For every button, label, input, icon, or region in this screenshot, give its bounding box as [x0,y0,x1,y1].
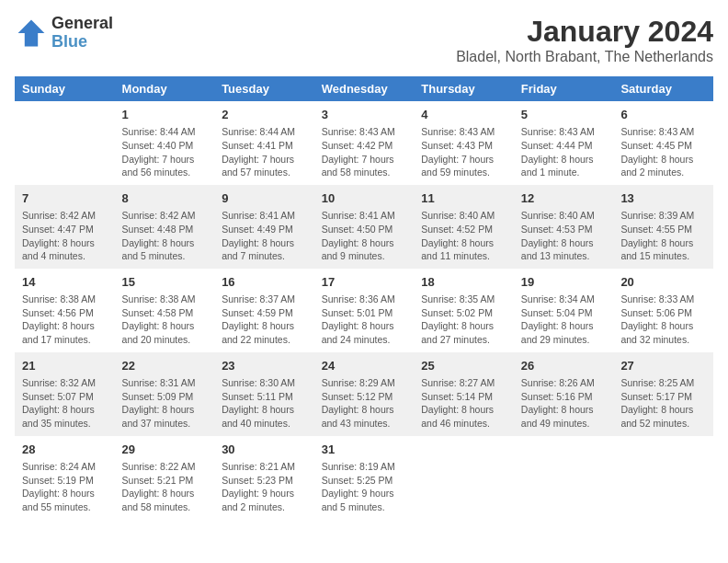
cell-w0-d1: 1Sunrise: 8:44 AMSunset: 4:40 PMDaylight… [115,101,215,185]
day-info: Sunrise: 8:19 AMSunset: 5:25 PMDaylight:… [322,460,407,514]
logo: General Blue [15,15,113,52]
day-number: 9 [222,190,307,207]
cell-w4-d4 [414,436,514,520]
day-info: Sunrise: 8:44 AMSunset: 4:40 PMDaylight:… [122,125,208,179]
cell-w2-d3: 17Sunrise: 8:36 AMSunset: 5:01 PMDayligh… [314,269,415,352]
cell-w4-d3: 31Sunrise: 8:19 AMSunset: 5:25 PMDayligh… [314,436,415,520]
logo-text: General Blue [51,15,113,52]
cell-w2-d2: 16Sunrise: 8:37 AMSunset: 4:59 PMDayligh… [214,269,314,352]
cell-w1-d2: 9Sunrise: 8:41 AMSunset: 4:49 PMDaylight… [214,185,314,269]
logo-line1: General [51,15,113,33]
cell-w1-d1: 8Sunrise: 8:42 AMSunset: 4:48 PMDaylight… [115,185,215,269]
cell-w4-d6 [613,436,713,520]
col-tuesday: Tuesday [214,76,314,101]
cell-w4-d5 [514,436,614,520]
day-number: 11 [421,190,506,207]
day-number: 2 [222,107,307,123]
header-row: Sunday Monday Tuesday Wednesday Thursday… [15,76,713,101]
day-info: Sunrise: 8:25 AMSunset: 5:17 PMDaylight:… [620,376,706,431]
cell-w2-d5: 19Sunrise: 8:34 AMSunset: 5:04 PMDayligh… [514,269,614,352]
cell-w3-d3: 24Sunrise: 8:29 AMSunset: 5:12 PMDayligh… [314,352,415,436]
day-info: Sunrise: 8:41 AMSunset: 4:50 PMDaylight:… [322,209,407,263]
day-number: 8 [122,190,208,207]
day-number: 29 [122,442,208,458]
day-number: 27 [620,358,706,374]
day-info: Sunrise: 8:36 AMSunset: 5:01 PMDaylight:… [322,293,407,347]
col-saturday: Saturday [613,76,713,101]
cell-w2-d1: 15Sunrise: 8:38 AMSunset: 4:58 PMDayligh… [115,269,215,352]
day-info: Sunrise: 8:43 AMSunset: 4:44 PMDaylight:… [521,125,607,179]
title-block: January 2024 Bladel, North Brabant, The … [456,15,713,65]
day-number: 18 [421,274,506,291]
cell-w1-d5: 12Sunrise: 8:40 AMSunset: 4:53 PMDayligh… [514,185,614,269]
cell-w3-d2: 23Sunrise: 8:30 AMSunset: 5:11 PMDayligh… [214,352,314,436]
cell-w1-d4: 11Sunrise: 8:40 AMSunset: 4:52 PMDayligh… [414,185,514,269]
col-wednesday: Wednesday [314,76,415,101]
day-number: 1 [122,107,208,123]
cell-w3-d5: 26Sunrise: 8:26 AMSunset: 5:16 PMDayligh… [514,352,614,436]
cell-w3-d4: 25Sunrise: 8:27 AMSunset: 5:14 PMDayligh… [414,352,514,436]
cell-w3-d6: 27Sunrise: 8:25 AMSunset: 5:17 PMDayligh… [613,352,713,436]
cell-w1-d0: 7Sunrise: 8:42 AMSunset: 4:47 PMDaylight… [15,185,115,269]
logo-line2: Blue [51,33,113,52]
cell-w4-d2: 30Sunrise: 8:21 AMSunset: 5:23 PMDayligh… [214,436,314,520]
col-sunday: Sunday [15,76,115,101]
day-number: 28 [22,442,108,458]
day-number: 22 [122,358,208,374]
day-number: 25 [421,358,506,374]
day-info: Sunrise: 8:26 AMSunset: 5:16 PMDaylight:… [521,376,607,431]
day-info: Sunrise: 8:29 AMSunset: 5:12 PMDaylight:… [322,376,407,431]
day-info: Sunrise: 8:40 AMSunset: 4:53 PMDaylight:… [521,209,607,263]
col-monday: Monday [115,76,215,101]
cell-w0-d3: 3Sunrise: 8:43 AMSunset: 4:42 PMDaylight… [314,101,415,185]
day-number: 10 [322,190,407,207]
day-info: Sunrise: 8:24 AMSunset: 5:19 PMDaylight:… [22,460,108,514]
day-number: 30 [222,442,307,458]
calendar-header: Sunday Monday Tuesday Wednesday Thursday… [15,76,713,101]
day-info: Sunrise: 8:35 AMSunset: 5:02 PMDaylight:… [421,293,506,347]
day-number: 21 [22,358,108,374]
week-row-1: 1Sunrise: 8:44 AMSunset: 4:40 PMDaylight… [15,101,713,185]
cell-w1-d3: 10Sunrise: 8:41 AMSunset: 4:50 PMDayligh… [314,185,415,269]
day-info: Sunrise: 8:38 AMSunset: 4:56 PMDaylight:… [22,293,108,347]
subtitle: Bladel, North Brabant, The Netherlands [456,49,713,65]
calendar-table: Sunday Monday Tuesday Wednesday Thursday… [15,76,713,520]
cell-w0-d2: 2Sunrise: 8:44 AMSunset: 4:41 PMDaylight… [214,101,314,185]
day-number: 16 [222,274,307,291]
col-thursday: Thursday [414,76,514,101]
week-row-5: 28Sunrise: 8:24 AMSunset: 5:19 PMDayligh… [15,436,713,520]
main-title: January 2024 [456,15,713,49]
week-row-4: 21Sunrise: 8:32 AMSunset: 5:07 PMDayligh… [15,352,713,436]
day-number: 20 [620,274,706,291]
day-info: Sunrise: 8:27 AMSunset: 5:14 PMDaylight:… [421,376,506,431]
day-number: 7 [22,190,108,207]
day-info: Sunrise: 8:37 AMSunset: 4:59 PMDaylight:… [222,293,307,347]
day-number: 5 [521,107,607,123]
day-info: Sunrise: 8:34 AMSunset: 5:04 PMDaylight:… [521,293,607,347]
day-number: 15 [122,274,208,291]
svg-marker-0 [18,19,45,46]
day-number: 4 [421,107,506,123]
cell-w3-d0: 21Sunrise: 8:32 AMSunset: 5:07 PMDayligh… [15,352,115,436]
day-number: 26 [521,358,607,374]
cell-w2-d6: 20Sunrise: 8:33 AMSunset: 5:06 PMDayligh… [613,269,713,352]
day-info: Sunrise: 8:22 AMSunset: 5:21 PMDaylight:… [122,460,208,514]
cell-w0-d5: 5Sunrise: 8:43 AMSunset: 4:44 PMDaylight… [514,101,614,185]
day-info: Sunrise: 8:40 AMSunset: 4:52 PMDaylight:… [421,209,506,263]
day-number: 17 [322,274,407,291]
day-info: Sunrise: 8:30 AMSunset: 5:11 PMDaylight:… [222,376,307,431]
day-info: Sunrise: 8:32 AMSunset: 5:07 PMDaylight:… [22,376,108,431]
day-info: Sunrise: 8:43 AMSunset: 4:43 PMDaylight:… [421,125,506,179]
day-number: 6 [620,107,706,123]
day-info: Sunrise: 8:39 AMSunset: 4:55 PMDaylight:… [620,209,706,263]
calendar-body: 1Sunrise: 8:44 AMSunset: 4:40 PMDaylight… [15,101,713,520]
day-number: 13 [620,190,706,207]
week-row-3: 14Sunrise: 8:38 AMSunset: 4:56 PMDayligh… [15,269,713,352]
day-info: Sunrise: 8:21 AMSunset: 5:23 PMDaylight:… [222,460,307,514]
logo-icon [15,17,48,50]
day-number: 19 [521,274,607,291]
cell-w0-d0 [15,101,115,185]
day-info: Sunrise: 8:42 AMSunset: 4:47 PMDaylight:… [22,209,108,263]
cell-w1-d6: 13Sunrise: 8:39 AMSunset: 4:55 PMDayligh… [613,185,713,269]
day-info: Sunrise: 8:43 AMSunset: 4:45 PMDaylight:… [620,125,706,179]
